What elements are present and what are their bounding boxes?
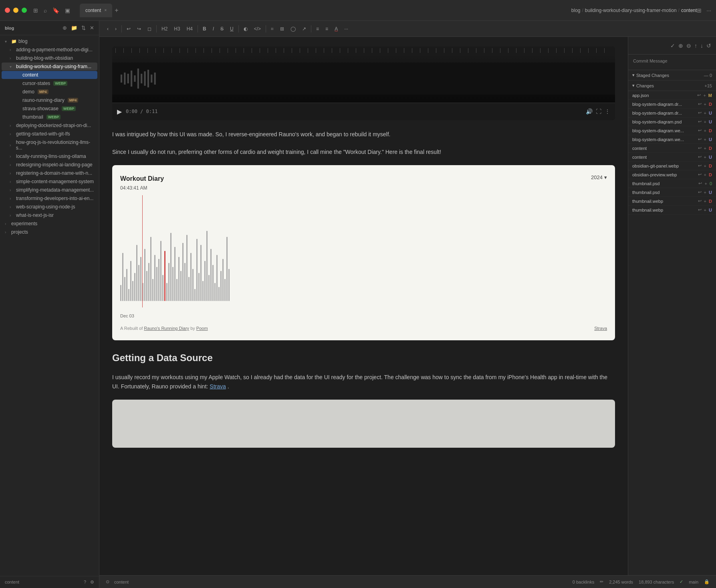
- sort-icon[interactable]: ⇅: [81, 25, 86, 31]
- sidebar-item-simple-cms[interactable]: › simple-content-management-system: [2, 178, 97, 186]
- h3-button[interactable]: H3: [171, 24, 183, 33]
- maximize-button[interactable]: [22, 8, 27, 13]
- layout-icon[interactable]: ▣: [65, 7, 70, 14]
- sidebar-close-icon[interactable]: ✕: [90, 25, 94, 31]
- plus-icon[interactable]: ⊕: [678, 42, 683, 49]
- change-item-blog-diagram-we1[interactable]: blog-system-diagram.we... ↩ + D: [628, 126, 716, 135]
- tab-content[interactable]: content ×: [80, 4, 112, 17]
- change-item-thumbnail-webp-2[interactable]: thumbnail.webp ↩ + U: [628, 206, 716, 214]
- sidebar-item-redesigning[interactable]: › redesigning-inspekt-ai-landing-page: [2, 161, 97, 169]
- tab-close-icon[interactable]: ×: [104, 8, 107, 12]
- revert-icon[interactable]: ↩: [698, 181, 702, 186]
- new-folder-icon[interactable]: 📁: [71, 25, 77, 31]
- stage-icon[interactable]: +: [704, 190, 706, 195]
- strava-inline-link[interactable]: Strava: [210, 383, 226, 390]
- minus-icon[interactable]: ⊖: [686, 42, 691, 49]
- sidebar-item-adding-payment[interactable]: › adding-a-payment-method-on-digi...: [2, 46, 97, 54]
- arrow-down-icon[interactable]: ↓: [700, 42, 703, 49]
- sidebar-toggle-icon[interactable]: ⊞: [33, 7, 38, 14]
- volume-icon[interactable]: 🔊: [586, 107, 593, 117]
- arrow-up-icon[interactable]: ↑: [694, 42, 697, 49]
- italic-button[interactable]: I: [210, 24, 217, 33]
- breadcrumb-slug[interactable]: building-workout-diary-using-framer-moti…: [585, 8, 677, 13]
- breadcrumb-current[interactable]: content: [681, 8, 697, 13]
- strava-link[interactable]: Strava: [594, 325, 607, 332]
- revert-icon[interactable]: ↩: [698, 190, 702, 195]
- close-button[interactable]: [5, 8, 10, 13]
- strikethrough-button[interactable]: S: [218, 24, 226, 33]
- h4-button[interactable]: H4: [184, 24, 196, 33]
- undo-button[interactable]: ↩: [124, 24, 133, 33]
- sidebar-item-transforming[interactable]: › transforming-developers-into-ai-en...: [2, 194, 97, 202]
- align-center-button[interactable]: ≡: [323, 24, 331, 33]
- redo-button[interactable]: ↪: [134, 24, 144, 33]
- revert-icon[interactable]: ↩: [698, 172, 702, 177]
- refresh-icon[interactable]: ↺: [706, 42, 711, 49]
- new-file-icon[interactable]: ⊕: [63, 25, 67, 31]
- align-left-button[interactable]: ≡: [313, 24, 322, 33]
- sidebar-item-isr[interactable]: › what-is-next-js-isr: [2, 211, 97, 219]
- color-button[interactable]: A: [332, 24, 341, 33]
- sidebar-item-demo[interactable]: demo MP4: [2, 88, 97, 96]
- link-button[interactable]: ↗: [299, 24, 309, 33]
- more-icon[interactable]: ···: [706, 7, 711, 14]
- attach-button[interactable]: ⌗: [268, 24, 276, 33]
- revert-icon[interactable]: ↩: [698, 207, 702, 212]
- stage-icon[interactable]: +: [704, 155, 706, 160]
- help-icon[interactable]: ?: [84, 580, 86, 585]
- change-item-blog-diagram-psd[interactable]: blog-system-diagram.psd ↩ + U: [628, 117, 716, 126]
- sidebar-item-rauno[interactable]: rauno-running-diary MP4: [2, 96, 97, 104]
- stage-icon[interactable]: +: [703, 93, 706, 98]
- sidebar-item-cursor-states[interactable]: cursor-states WEBP: [2, 79, 97, 87]
- change-item-blog-diagram-1[interactable]: blog-system-diagram.dr... ↩ + D: [628, 100, 716, 109]
- stage-icon[interactable]: +: [704, 128, 706, 133]
- staged-changes-header[interactable]: ▾ Staged Changes — 0: [628, 70, 716, 81]
- h2-button[interactable]: H2: [159, 24, 170, 33]
- clear-button[interactable]: ◻: [145, 24, 154, 33]
- change-item-blog-diagram-2[interactable]: blog-system-diagram.dr... ↩ + U: [628, 109, 716, 117]
- sidebar-item-registering[interactable]: › registering-a-domain-name-with-n...: [2, 169, 97, 177]
- branch-indicator[interactable]: main: [689, 580, 698, 584]
- editor-content[interactable]: ▶ 0:00 / 0:11 🔊 ⛶ ⋮ I was intrigued by h…: [99, 37, 628, 575]
- rauno-link[interactable]: Rauno's Running Diary: [144, 326, 189, 331]
- bookmark-icon[interactable]: 🔖: [52, 7, 59, 14]
- sidebar-item-building-workout[interactable]: ▾ building-workout-diary-using-fram...: [2, 63, 97, 71]
- code-inline-button[interactable]: </>: [251, 24, 264, 33]
- change-item-thumbnail-psd-1[interactable]: thumbnail.psd ↩ + 0: [628, 179, 716, 188]
- more-icon[interactable]: ⋮: [605, 107, 610, 117]
- sidebar-item-git-lfs[interactable]: › getting-started-with-git-lfs: [2, 130, 97, 138]
- stage-icon[interactable]: +: [704, 172, 706, 177]
- check-icon[interactable]: ✓: [670, 42, 675, 49]
- table-button[interactable]: ⊞: [277, 24, 287, 33]
- revert-icon[interactable]: ↩: [698, 137, 702, 142]
- stage-icon[interactable]: +: [704, 102, 706, 107]
- change-item-content-1[interactable]: content ↩ + D: [628, 144, 716, 153]
- sidebar-item-thumbnail[interactable]: thumbnail WEBP: [2, 113, 97, 121]
- sidebar-item-ollama[interactable]: › locally-running-llms-using-ollama: [2, 152, 97, 160]
- underline-button[interactable]: U: [227, 24, 236, 33]
- sidebar-item-strava[interactable]: strava-showcase WEBP: [2, 105, 97, 113]
- revert-icon[interactable]: ↩: [698, 110, 702, 115]
- stage-icon[interactable]: +: [704, 137, 706, 142]
- revert-icon[interactable]: ↩: [698, 145, 702, 151]
- sidebar-item-metadata[interactable]: › simplifying-metadata-management...: [2, 186, 97, 194]
- change-item-content-2[interactable]: content ↩ + U: [628, 153, 716, 162]
- search-icon[interactable]: ⌕: [44, 7, 47, 14]
- change-item-obsidian-git[interactable]: obsidian-git-panel.webp ↩ + D: [628, 162, 716, 170]
- sidebar-item-blog[interactable]: ▾ 📁 blog: [2, 37, 97, 45]
- change-item-obsidian-preview[interactable]: obsidian-preview.webp ↩ + D: [628, 170, 716, 179]
- sidebar-item-building-blog[interactable]: › building-blog-with-obsidian: [2, 54, 97, 62]
- stage-icon[interactable]: +: [704, 111, 706, 115]
- stage-icon[interactable]: +: [704, 181, 707, 186]
- minimize-button[interactable]: [13, 8, 18, 13]
- revert-icon[interactable]: ↩: [698, 154, 702, 160]
- stage-icon[interactable]: +: [704, 208, 706, 212]
- sidebar-item-experiments[interactable]: › experiments: [2, 220, 97, 228]
- stage-icon[interactable]: +: [704, 119, 706, 124]
- revert-icon[interactable]: ↩: [698, 101, 702, 107]
- revert-icon[interactable]: ↩: [698, 119, 702, 124]
- sidebar-item-groq[interactable]: › how-groq-js-is-revolutionizing-llms-s.…: [2, 138, 97, 152]
- new-tab-button[interactable]: +: [115, 7, 118, 14]
- poom-link[interactable]: Poom: [196, 326, 208, 331]
- change-item-app-json[interactable]: app.json ↩ + M: [628, 91, 716, 100]
